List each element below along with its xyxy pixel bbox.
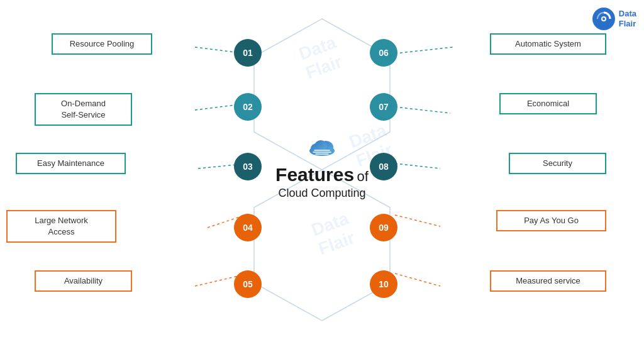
feature-box-automatic-system: Automatic System	[490, 33, 606, 55]
feature-box-large-network: Large NetworkAccess	[6, 210, 116, 243]
feature-label: Large NetworkAccess	[35, 216, 88, 236]
feature-label: Pay As You Go	[524, 216, 579, 225]
feature-label: Availability	[64, 276, 103, 285]
cloud-icon	[275, 137, 369, 162]
svg-line-9	[395, 163, 440, 168]
circle-06: 06	[370, 39, 397, 67]
features-title: Features of	[275, 164, 369, 185]
svg-point-21	[602, 18, 605, 20]
feature-label: Resource Pooling	[70, 39, 135, 48]
dataflair-logo: Data Flair	[592, 8, 636, 30]
svg-line-10	[395, 215, 440, 226]
feature-label: Easy Maintenance	[37, 158, 104, 168]
feature-label: Measured service	[516, 276, 580, 285]
feature-box-resource-pooling: Resource Pooling	[52, 33, 152, 55]
circle-10: 10	[370, 270, 397, 298]
logo-circle	[592, 8, 615, 30]
circle-02: 02	[234, 93, 262, 121]
feature-label: Automatic System	[515, 39, 581, 48]
circle-07: 07	[370, 93, 397, 121]
circle-01: 01	[234, 39, 262, 67]
svg-line-7	[395, 47, 453, 53]
circle-08: 08	[370, 153, 397, 180]
circle-05: 05	[234, 270, 262, 298]
feature-box-pay-as-you-go: Pay As You Go	[496, 210, 606, 231]
circle-04: 04	[234, 214, 262, 241]
feature-box-easy-maintenance: Easy Maintenance	[16, 153, 126, 174]
feature-box-measured-service: Measured service	[490, 270, 606, 292]
feature-label: On-DemandSelf-Service	[61, 99, 106, 119]
feature-label: Security	[543, 158, 572, 168]
watermark-3: DataFlair	[309, 209, 358, 260]
logo-text: Data Flair	[619, 9, 636, 28]
feature-box-security: Security	[509, 153, 606, 174]
feature-box-availability: Availability	[35, 270, 132, 292]
cloud-computing-label: Cloud Computing	[275, 187, 369, 200]
feature-box-ondemand: On-DemandSelf-Service	[35, 93, 132, 126]
feature-box-economical: Economical	[499, 93, 597, 114]
svg-line-11	[395, 273, 440, 286]
circle-03: 03	[234, 153, 262, 180]
center-label: Features of Cloud Computing	[275, 137, 369, 200]
feature-label: Economical	[527, 99, 569, 108]
svg-line-8	[395, 107, 450, 113]
circle-09: 09	[370, 214, 397, 241]
watermark-1: DataFlair	[296, 33, 346, 84]
